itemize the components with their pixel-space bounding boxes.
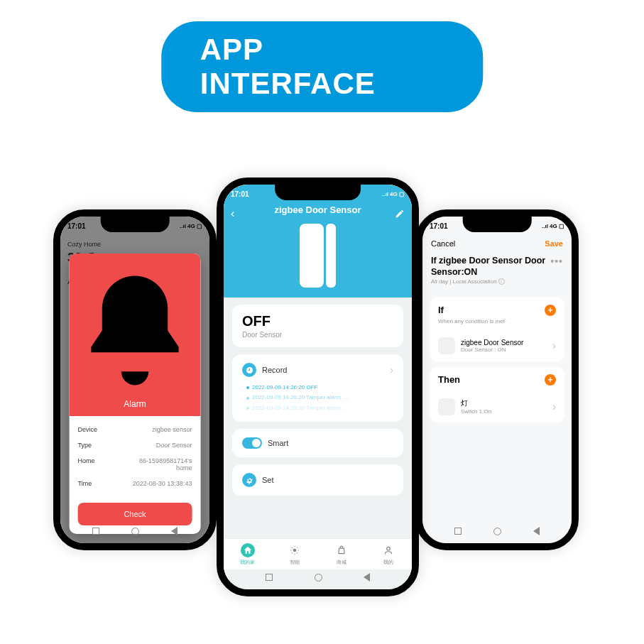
- nav-home-icon[interactable]: [315, 574, 322, 582]
- phone-alarm: 17:01 ..ıl 4G ▢ Cozy Home 33°C All 手指机器人…: [53, 209, 217, 550]
- tab-mall[interactable]: 商城: [334, 543, 349, 566]
- info-icon[interactable]: i: [498, 278, 505, 285]
- screen-automation: 17:01 ..ıl 4G ▢ Cancel Save If zigbee Do…: [422, 217, 572, 543]
- sensor-body: [300, 224, 324, 288]
- chevron-right-icon: ›: [552, 400, 556, 413]
- nav-back-icon[interactable]: [171, 527, 178, 535]
- value: Door Sensor: [156, 442, 192, 449]
- then-card: Then + 灯 Switch 1:On ›: [430, 367, 564, 422]
- nav-home-icon[interactable]: [493, 528, 501, 535]
- status-value: OFF: [242, 313, 393, 329]
- status-network: ..ıl 4G ▢: [542, 223, 564, 229]
- phone-sensor: 17:01 ..ıl 4G ▢ ‹ zigbee Door Sensor OFF…: [217, 178, 419, 596]
- header-title: zigbee Door Sensor: [224, 204, 412, 215]
- tab-smart[interactable]: 智能: [288, 543, 302, 566]
- tab-label: 我的: [383, 559, 393, 566]
- nav-home-icon[interactable]: [131, 528, 139, 535]
- action-name: 灯: [461, 398, 491, 408]
- value: 2022-08-30 13:38:43: [133, 480, 192, 487]
- notch: [101, 217, 170, 232]
- label: Time: [78, 480, 92, 487]
- status-network: ..ıl 4G ▢: [382, 191, 405, 197]
- topbar: Cancel Save: [422, 235, 572, 252]
- clock-icon: [242, 363, 256, 377]
- back-button[interactable]: ‹: [231, 207, 234, 220]
- add-condition-button[interactable]: +: [545, 305, 556, 316]
- action-item[interactable]: 灯 Switch 1:On ›: [438, 393, 556, 415]
- label: Type: [78, 442, 92, 449]
- condition-name: zigbee Door Sensor: [461, 339, 523, 346]
- value: zigbee sensor: [152, 426, 192, 433]
- toggle-icon[interactable]: [242, 437, 262, 449]
- value: 86-15989581714's home: [124, 457, 192, 471]
- user-icon: [381, 543, 395, 557]
- tabbar: 我的家 智能 商城 我的: [224, 538, 412, 569]
- tab-me[interactable]: 我的: [381, 543, 395, 566]
- nav-back-icon[interactable]: [533, 527, 540, 535]
- label: Device: [78, 426, 98, 433]
- check-label: Check: [124, 510, 146, 518]
- page-title-pill: APP INTERFACE: [161, 21, 484, 112]
- sensor-cards: OFF Door Sensor Record › 2022-09-09 14:2…: [224, 298, 412, 503]
- status-card[interactable]: OFF Door Sensor: [232, 305, 403, 347]
- tab-home[interactable]: 我的家: [240, 543, 255, 566]
- phone-automation: 17:01 ..ıl 4G ▢ Cancel Save If zigbee Do…: [415, 209, 579, 550]
- set-label: Set: [262, 476, 274, 484]
- sensor-magnet: [326, 224, 336, 288]
- rule-title-row: If zigbee Door Sensor Door Sensor:ON •••: [422, 252, 572, 278]
- save-button[interactable]: Save: [545, 239, 563, 248]
- record-label: Record: [262, 366, 287, 374]
- nav-recent-icon[interactable]: [92, 528, 99, 535]
- alarm-title: Alarm: [70, 399, 201, 409]
- check-button[interactable]: Check: [78, 503, 192, 525]
- svg-point-1: [387, 547, 391, 550]
- status-sub: Door Sensor: [242, 331, 393, 339]
- set-card[interactable]: Set: [232, 464, 403, 496]
- alarm-row-device: Device zigbee sensor: [78, 422, 192, 437]
- more-button[interactable]: •••: [546, 255, 563, 268]
- page-title: APP INTERFACE: [200, 33, 376, 100]
- record-item: 2022-09-09 14:26:20 Tamper alarm …: [246, 393, 393, 403]
- condition-sub: Door Sensor : ON: [461, 346, 523, 353]
- add-action-button[interactable]: +: [545, 374, 556, 386]
- screen-sensor: 17:01 ..ıl 4G ▢ ‹ zigbee Door Sensor OFF…: [224, 185, 412, 589]
- android-nav: [224, 569, 412, 585]
- smart-card[interactable]: Smart: [232, 429, 403, 457]
- sensor-header: 17:01 ..ıl 4G ▢ ‹ zigbee Door Sensor: [224, 185, 412, 298]
- phone-mockups: 17:01 ..ıl 4G ▢ Cozy Home 33°C All 手指机器人…: [0, 178, 644, 639]
- rule-title: If zigbee Door Sensor Door Sensor:ON: [431, 255, 546, 278]
- if-card: If + When any condition is met· zigbee D…: [430, 298, 564, 361]
- edit-button[interactable]: [395, 209, 405, 222]
- alarm-row-type: Type Door Sensor: [78, 437, 192, 453]
- nav-recent-icon[interactable]: [454, 528, 462, 535]
- alarm-card: Alarm Device zigbee sensor Type Door Sen…: [70, 253, 201, 534]
- status-time: 17:01: [231, 190, 249, 198]
- svg-point-0: [293, 548, 297, 552]
- record-item: 2022-09-09 14:26:20 Tamper alarm …: [246, 403, 393, 413]
- gear-icon: [242, 473, 256, 487]
- tab-label: 智能: [290, 559, 300, 566]
- sensor-image: [296, 224, 340, 288]
- condition-item[interactable]: zigbee Door Sensor Door Sensor : ON ›: [438, 332, 556, 354]
- then-label: Then: [438, 374, 460, 385]
- record-card[interactable]: Record › 2022-09-09 14:26:20 OFF 2022-09…: [232, 354, 403, 422]
- smart-label: Smart: [268, 439, 288, 447]
- notch: [275, 185, 361, 200]
- nav-back-icon[interactable]: [364, 573, 370, 582]
- if-header: If +: [438, 305, 556, 316]
- record-item: 2022-09-09 14:26:20 OFF: [246, 383, 393, 393]
- sun-icon: [288, 543, 302, 557]
- alarm-body: Device zigbee sensor Type Door Sensor Ho…: [70, 416, 201, 498]
- chevron-right-icon: ›: [552, 339, 556, 352]
- android-nav: [60, 523, 209, 539]
- label: Home: [78, 457, 95, 464]
- bell-icon: [70, 265, 201, 399]
- screen-alarm: 17:01 ..ıl 4G ▢ Cozy Home 33°C All 手指机器人…: [60, 217, 209, 543]
- bag-icon: [334, 543, 349, 557]
- cancel-button[interactable]: Cancel: [431, 239, 455, 248]
- nav-recent-icon[interactable]: [266, 574, 273, 581]
- alarm-header: Alarm: [70, 253, 201, 416]
- then-header: Then +: [438, 374, 556, 386]
- if-label: If: [438, 305, 444, 315]
- tab-label: 商城: [337, 559, 346, 566]
